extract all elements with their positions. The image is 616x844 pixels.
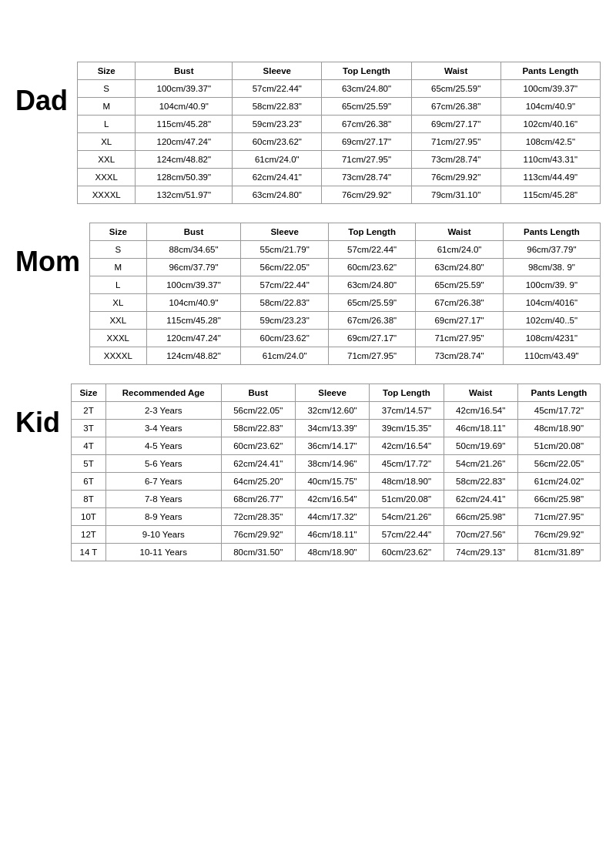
- table-cell: 42cm/16.54": [444, 402, 517, 420]
- table-cell: 115cm/45.28": [500, 186, 600, 204]
- dad-col-pantslength: Pants Length: [500, 62, 600, 80]
- table-cell: 10T: [72, 508, 106, 526]
- table-cell: 72cm/28.35": [221, 508, 295, 526]
- kid-col-size: Size: [72, 384, 106, 402]
- kid-label: Kid: [15, 383, 62, 439]
- dad-section: Dad Size Bust Sleeve Top Length Waist Pa…: [15, 62, 601, 204]
- table-cell: 65cm/25.59": [411, 80, 500, 98]
- table-cell: 68cm/26.77": [221, 491, 295, 508]
- mom-table: Size Bust Sleeve Top Length Waist Pants …: [89, 223, 601, 365]
- dad-col-size: Size: [78, 62, 136, 80]
- table-cell: 2T: [72, 402, 106, 420]
- table-cell: 62cm/24.41": [221, 455, 295, 473]
- table-cell: 102cm/40.16": [500, 116, 600, 133]
- table-cell: 54cm/21.26": [370, 508, 444, 526]
- mom-section: Mom Size Bust Sleeve Top Length Waist Pa…: [15, 223, 601, 365]
- table-cell: 38cm/14.96": [295, 455, 369, 473]
- table-row: XXXL128cm/50.39"62cm/24.41"73cm/28.74"76…: [78, 169, 601, 186]
- table-cell: 46cm/18.11": [444, 420, 517, 437]
- table-cell: 69cm/27.17": [411, 116, 500, 133]
- dad-header-row: Size Bust Sleeve Top Length Waist Pants …: [78, 62, 601, 80]
- table-cell: 65cm/25.59": [322, 98, 411, 116]
- table-cell: 108cm/4231": [503, 330, 600, 347]
- kid-col-recommended-age: Recommended Age: [105, 384, 221, 402]
- kid-col-sleeve: Sleeve: [295, 384, 369, 402]
- table-cell: 100cm/39.37": [500, 80, 600, 98]
- table-cell: 104cm/40.9": [146, 294, 241, 312]
- table-cell: L: [78, 116, 136, 133]
- table-cell: XXXL: [90, 330, 147, 347]
- mom-col-bust: Bust: [146, 223, 241, 241]
- table-cell: 50cm/19.69": [444, 437, 517, 455]
- dad-col-waist: Waist: [411, 62, 500, 80]
- table-cell: 39cm/15.35": [370, 420, 444, 437]
- table-cell: XXL: [90, 312, 147, 330]
- table-cell: 42cm/16.54": [295, 491, 369, 508]
- mom-col-waist: Waist: [416, 223, 503, 241]
- table-cell: 58cm/22.83": [233, 98, 322, 116]
- table-cell: M: [90, 259, 147, 276]
- table-cell: M: [78, 98, 136, 116]
- table-cell: 69cm/27.17": [416, 312, 503, 330]
- table-cell: 48cm/18.90": [517, 420, 600, 437]
- table-cell: 57cm/22.44": [233, 80, 322, 98]
- table-cell: 58cm/22.83": [221, 420, 295, 437]
- table-row: 6T6-7 Years64cm/25.20"40cm/15.75"48cm/18…: [72, 473, 601, 491]
- table-cell: 4T: [72, 437, 106, 455]
- table-row: M104cm/40.9"58cm/22.83"65cm/25.59"67cm/2…: [78, 98, 601, 116]
- table-cell: 8-9 Years: [105, 508, 221, 526]
- table-row: L115cm/45.28"59cm/23.23"67cm/26.38"69cm/…: [78, 116, 601, 133]
- table-cell: 58cm/22.83": [444, 473, 517, 491]
- table-cell: 64cm/25.20": [221, 473, 295, 491]
- table-row: 3T3-4 Years58cm/22.83"34cm/13.39"39cm/15…: [72, 420, 601, 437]
- table-cell: 67cm/26.38": [328, 312, 415, 330]
- table-row: 4T4-5 Years60cm/23.62"36cm/14.17"42cm/16…: [72, 437, 601, 455]
- table-cell: 73cm/28.74": [416, 347, 503, 365]
- table-cell: 63cm/24.80": [322, 80, 411, 98]
- table-cell: 100cm/39.37": [146, 276, 241, 294]
- mom-label: Mom: [15, 223, 80, 278]
- table-cell: S: [90, 241, 147, 259]
- table-cell: 71cm/27.95": [517, 508, 600, 526]
- table-cell: 63cm/24.80": [328, 276, 415, 294]
- table-cell: 113cm/44.49": [500, 169, 600, 186]
- table-row: L100cm/39.37"57cm/22.44"63cm/24.80"65cm/…: [90, 276, 601, 294]
- table-cell: 57cm/22.44": [370, 526, 444, 544]
- table-cell: 3-4 Years: [105, 420, 221, 437]
- table-row: XXXXL132cm/51.97"63cm/24.80"76cm/29.92"7…: [78, 186, 601, 204]
- table-row: S88cm/34.65"55cm/21.79"57cm/22.44"61cm/2…: [90, 241, 601, 259]
- table-cell: 124cm/48.82": [146, 347, 241, 365]
- table-cell: 115cm/45.28": [146, 312, 241, 330]
- table-cell: 96cm/37.79": [146, 259, 241, 276]
- table-cell: 104cm/40.9": [500, 98, 600, 116]
- table-cell: 108cm/42.5": [500, 133, 600, 151]
- table-cell: 58cm/22.83": [241, 294, 328, 312]
- table-cell: 76cm/29.92": [322, 186, 411, 204]
- table-cell: 9-10 Years: [105, 526, 221, 544]
- table-cell: 132cm/51.97": [136, 186, 233, 204]
- table-cell: 3T: [72, 420, 106, 437]
- mom-col-size: Size: [90, 223, 147, 241]
- table-cell: 74cm/29.13": [444, 544, 517, 561]
- table-cell: 102cm/40..5": [503, 312, 600, 330]
- table-cell: 5T: [72, 455, 106, 473]
- kid-col-bust: Bust: [221, 384, 295, 402]
- table-cell: XXL: [78, 151, 136, 169]
- mom-table-wrapper: Size Bust Sleeve Top Length Waist Pants …: [89, 223, 601, 365]
- page-container: Dad Size Bust Sleeve Top Length Waist Pa…: [15, 62, 601, 561]
- table-row: 10T8-9 Years72cm/28.35"44cm/17.32"54cm/2…: [72, 508, 601, 526]
- dad-table: Size Bust Sleeve Top Length Waist Pants …: [77, 62, 601, 204]
- table-cell: XL: [90, 294, 147, 312]
- dad-label: Dad: [15, 62, 68, 117]
- table-cell: 63cm/24.80": [233, 186, 322, 204]
- table-cell: 36cm/14.17": [295, 437, 369, 455]
- kid-col-waist: Waist: [444, 384, 517, 402]
- table-cell: 54cm/21.26": [444, 455, 517, 473]
- table-cell: XXXXL: [90, 347, 147, 365]
- table-cell: 67cm/26.38": [322, 116, 411, 133]
- table-cell: 34cm/13.39": [295, 420, 369, 437]
- kid-header-row: Size Recommended Age Bust Sleeve Top Len…: [72, 384, 601, 402]
- table-cell: 61cm/24.0": [416, 241, 503, 259]
- table-row: XXXL120cm/47.24"60cm/23.62"69cm/27.17"71…: [90, 330, 601, 347]
- table-cell: 46cm/18.11": [295, 526, 369, 544]
